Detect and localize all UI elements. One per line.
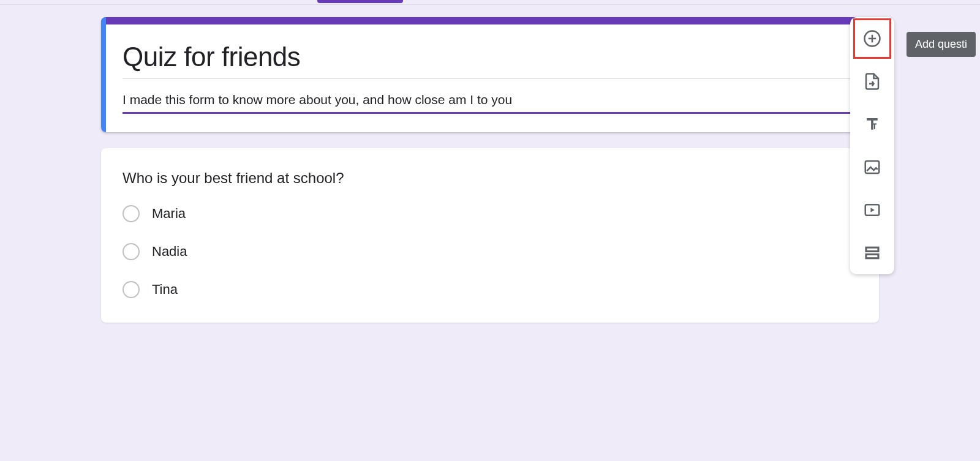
radio-icon xyxy=(123,243,140,260)
question-title: Who is your best friend at school? xyxy=(123,170,858,187)
plus-circle-icon xyxy=(863,29,881,48)
add-question-tooltip: Add questi xyxy=(907,32,976,57)
svg-marker-6 xyxy=(871,208,875,212)
option-row[interactable]: Maria xyxy=(123,205,858,222)
theme-top-border xyxy=(101,17,879,24)
active-card-indicator xyxy=(101,17,106,132)
form-description[interactable]: I made this form to know more about you,… xyxy=(123,79,858,114)
svg-rect-7 xyxy=(866,247,878,251)
form-title[interactable]: Quiz for friends xyxy=(123,42,858,79)
section-icon xyxy=(863,244,881,262)
add-question-button[interactable] xyxy=(858,24,887,53)
radio-icon xyxy=(123,281,140,298)
question-card[interactable]: Who is your best friend at school? Maria… xyxy=(101,148,879,323)
add-video-button[interactable] xyxy=(858,195,887,225)
option-label: Tina xyxy=(152,282,178,298)
option-label: Nadia xyxy=(152,244,187,260)
option-label: Maria xyxy=(152,206,186,222)
text-icon xyxy=(863,115,881,133)
svg-rect-8 xyxy=(866,255,878,258)
header-content: Quiz for friends I made this form to kno… xyxy=(101,24,879,132)
import-questions-button[interactable] xyxy=(858,67,887,96)
side-toolbar xyxy=(850,17,894,274)
option-row[interactable]: Nadia xyxy=(123,243,858,260)
add-image-button[interactable] xyxy=(858,152,887,182)
import-file-icon xyxy=(863,72,881,91)
image-icon xyxy=(863,158,881,176)
radio-icon xyxy=(123,205,140,222)
option-row[interactable]: Tina xyxy=(123,281,858,298)
add-title-description-button[interactable] xyxy=(858,110,887,139)
page-container: Quiz for friends I made this form to kno… xyxy=(0,0,980,323)
add-section-button[interactable] xyxy=(858,238,887,268)
video-icon xyxy=(863,201,881,219)
form-header-card[interactable]: Quiz for friends I made this form to kno… xyxy=(101,17,879,132)
